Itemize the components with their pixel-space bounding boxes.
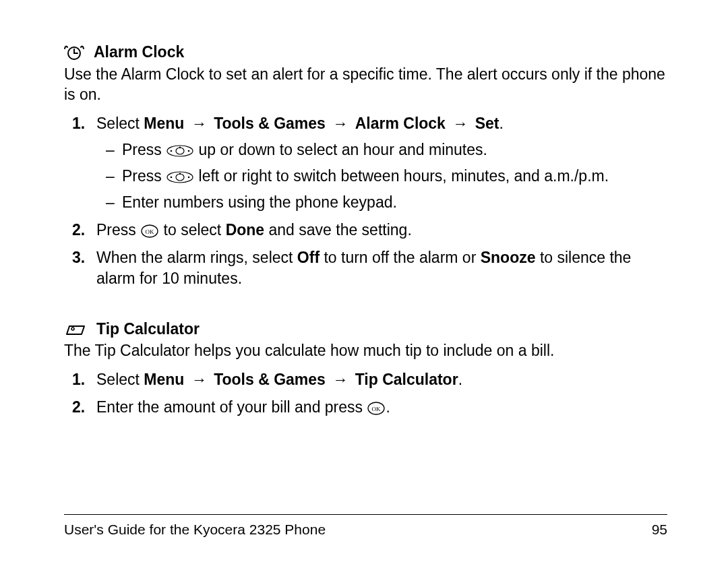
menu-path-tools: Tools & Games [214,115,326,132]
alarm-substep-2: Press left or right to switch between ho… [110,166,667,187]
menu-path-tip: Tip Calculator [355,371,458,388]
tip-intro: The Tip Calculator helps you calculate h… [64,341,667,361]
substep-text: Press [122,167,162,185]
tip-calculator-title: Tip Calculator [96,320,200,338]
manual-page: Alarm Clock Use the Alarm Clock to set a… [0,0,728,562]
substep-text: Enter numbers using the phone keypad. [122,193,397,211]
svg-point-8 [176,174,184,181]
step-text: Select [96,371,140,388]
footer-title: User's Guide for the Kyocera 2325 Phone [64,522,326,538]
nav-pad-icon [166,144,194,158]
step-text: to select [164,221,222,239]
substep-text: left or right to switch between hours, m… [199,167,609,185]
alarm-step-3: When the alarm rings, select Off to turn… [96,247,667,289]
tip-step-1: Select Menu → Tools & Games → Tip Calcul… [96,369,667,390]
arrow-icon: → [330,371,351,388]
svg-text:OK: OK [372,405,381,412]
tip-step-2: Enter the amount of your bill and press … [96,397,667,418]
alarm-clock-title: Alarm Clock [94,43,184,61]
menu-path-menu: Menu [144,115,184,132]
svg-point-4 [176,148,184,154]
step-text: When the alarm rings, select [96,249,293,266]
alarm-step-2: Press OK to select Done and save the set… [96,220,667,241]
alarm-substep-3: Enter numbers using the phone keypad. [110,192,667,213]
arrow-icon: → [450,115,471,132]
alarm-step-1: Select Menu → Tools & Games → Alarm Cloc… [96,113,667,213]
svg-text:OK: OK [146,228,154,235]
off-label: Off [297,249,320,266]
ok-button-icon: OK [140,223,159,239]
step-text: to turn off the alarm or [324,249,476,266]
step-text: Enter the amount of your bill and press [96,398,363,416]
page-number: 95 [652,522,667,538]
alarm-substep-1: Press up or down to select an hour and m… [110,139,667,160]
alarm-clock-icon [64,42,84,62]
tip-calculator-icon [64,321,87,338]
menu-path-alarm: Alarm Clock [355,115,446,132]
tip-steps: Select Menu → Tools & Games → Tip Calcul… [64,369,667,418]
menu-path-menu: Menu [144,371,184,388]
done-label: Done [226,221,265,239]
step-text: Press [96,221,136,239]
alarm-steps: Select Menu → Tools & Games → Alarm Cloc… [64,113,667,289]
snooze-label: Snooze [481,249,536,266]
arrow-icon: → [330,115,351,132]
svg-point-5 [171,150,173,152]
svg-point-13 [71,327,74,330]
step-text: and save the setting. [269,221,412,239]
ok-button-icon: OK [367,400,386,416]
alarm-substeps: Press up or down to select an hour and m… [96,139,667,213]
menu-path-tools: Tools & Games [214,371,326,388]
substep-text: Press [122,141,162,158]
footer-divider [64,514,667,515]
step-text: . [386,398,390,416]
alarm-intro: Use the Alarm Clock to set an alert for … [64,65,667,105]
menu-path-set: Set [475,115,499,132]
arrow-icon: → [189,115,210,132]
tip-calculator-heading: Tip Calculator [64,320,667,338]
page-footer: User's Guide for the Kyocera 2325 Phone … [64,522,667,538]
substep-text: up or down to select an hour and minutes… [199,141,487,158]
svg-point-10 [188,176,190,178]
arrow-icon: → [189,371,210,388]
svg-point-6 [188,150,190,152]
alarm-clock-heading: Alarm Clock [64,42,667,62]
step-text: Select [96,115,140,132]
svg-point-9 [171,176,173,178]
nav-pad-icon [166,170,194,185]
